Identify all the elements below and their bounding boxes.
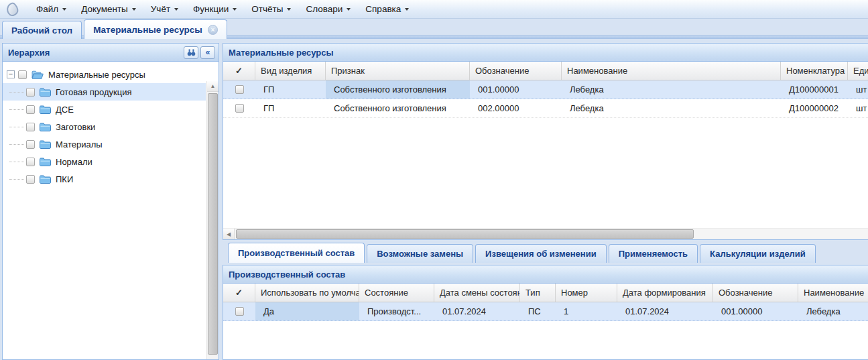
tree-expander-icon[interactable]: − bbox=[7, 70, 15, 78]
cell-designation[interactable]: 001.00000 bbox=[470, 80, 562, 99]
chevron-down-icon bbox=[233, 8, 237, 11]
tree-vertical-scrollbar[interactable]: ▲ bbox=[206, 81, 219, 359]
table-row[interactable]: ГП Собственного изготовления 001.00000 Л… bbox=[223, 80, 868, 99]
menu-label: Отчёты bbox=[251, 4, 283, 14]
grid-column-headers: ✓ Вид изделия Признак Обозначение Наимен… bbox=[223, 62, 868, 80]
collapse-panel-button[interactable]: « bbox=[200, 46, 215, 59]
tree-row-dse[interactable]: ДСЕ bbox=[3, 101, 206, 118]
cell-product-type[interactable]: ГП bbox=[255, 99, 326, 117]
column-header-name[interactable]: Наименование bbox=[562, 62, 781, 80]
cell-nomenclature[interactable]: Д100000002 bbox=[781, 99, 848, 117]
horizontal-scrollbar[interactable]: ◀ bbox=[223, 228, 868, 239]
column-header-number[interactable]: Номер bbox=[556, 284, 617, 302]
scrollbar-thumb[interactable] bbox=[208, 93, 218, 355]
material-resources-panel-header: Материальные ресурсы bbox=[223, 44, 868, 62]
menu-item-help[interactable]: Справка bbox=[359, 1, 416, 17]
tree-row-pki[interactable]: ПКИ bbox=[3, 170, 206, 188]
cell-nomenclature[interactable]: Д100000001 bbox=[781, 80, 848, 99]
cell-attribute[interactable]: Собственного изготовления bbox=[326, 99, 470, 117]
tab-possible-replacements[interactable]: Возможные замены bbox=[367, 244, 473, 263]
folder-icon bbox=[40, 123, 51, 131]
tree-checkbox[interactable] bbox=[26, 88, 35, 97]
column-header-designation[interactable]: Обозначение bbox=[470, 62, 562, 80]
cell-state[interactable]: Производст... bbox=[359, 302, 434, 320]
select-all-column-header[interactable]: ✓ bbox=[223, 62, 255, 80]
search-tool-button[interactable] bbox=[184, 46, 198, 59]
cell-attribute[interactable]: Собственного изготовления bbox=[326, 80, 470, 99]
tree-node-label: Материальные ресурсы bbox=[48, 70, 145, 80]
column-header-nomenclature[interactable]: Номенклатура bbox=[781, 62, 848, 80]
panel-title: Иерархия bbox=[8, 48, 50, 58]
menu-item-file[interactable]: Файл bbox=[29, 1, 73, 17]
tree-checkbox[interactable] bbox=[26, 158, 35, 166]
cell-name[interactable]: Лебедка bbox=[562, 80, 781, 99]
column-header-product-type[interactable]: Вид изделия bbox=[255, 62, 326, 80]
column-header-use-by-default[interactable]: Использовать по умолчанию bbox=[255, 284, 359, 302]
cell-state-change-date[interactable]: 01.07.2024 bbox=[434, 302, 520, 320]
row-select-cell[interactable] bbox=[223, 99, 255, 117]
tab-product-calculations[interactable]: Калькуляции изделий bbox=[700, 244, 816, 263]
tab-applicability[interactable]: Применяемость bbox=[609, 244, 698, 263]
tree-checkbox[interactable] bbox=[18, 70, 27, 79]
row-checkbox[interactable] bbox=[235, 307, 244, 316]
scroll-up-icon[interactable]: ▲ bbox=[207, 81, 219, 92]
cell-formation-date[interactable]: 01.07.2024 bbox=[617, 302, 713, 320]
menu-item-dictionaries[interactable]: Словари bbox=[299, 1, 357, 17]
tab-close-icon[interactable]: × bbox=[208, 25, 218, 35]
cell-number[interactable]: 1 bbox=[556, 302, 617, 320]
column-header-name[interactable]: Наименование bbox=[798, 284, 868, 302]
tab-production-structure[interactable]: Производственный состав bbox=[228, 243, 365, 263]
cell-unit[interactable]: шт bbox=[848, 99, 868, 117]
menu-item-documents[interactable]: Документы bbox=[74, 1, 143, 17]
tree-node-label: ДСЕ bbox=[56, 105, 74, 115]
tree-checkbox[interactable] bbox=[26, 140, 35, 149]
check-icon: ✓ bbox=[235, 288, 243, 298]
menu-item-reports[interactable]: Отчёты bbox=[245, 1, 298, 17]
tab-change-notices[interactable]: Извещения об изменении bbox=[475, 244, 607, 263]
row-select-cell[interactable] bbox=[223, 80, 255, 99]
row-select-cell[interactable] bbox=[223, 302, 255, 320]
tree-row-blanks[interactable]: Заготовки bbox=[3, 118, 206, 135]
cell-product-type[interactable]: ГП bbox=[255, 80, 326, 99]
column-header-state[interactable]: Состояние bbox=[359, 284, 434, 302]
row-checkbox[interactable] bbox=[235, 104, 244, 113]
scroll-left-icon[interactable]: ◀ bbox=[223, 229, 235, 239]
column-header-type[interactable]: Тип bbox=[520, 284, 556, 302]
menu-label: Документы bbox=[81, 4, 128, 14]
cell-designation[interactable]: 001.00000 bbox=[713, 302, 798, 320]
cell-designation[interactable]: 002.00000 bbox=[470, 99, 562, 117]
tree-row-normals[interactable]: Нормали bbox=[3, 153, 206, 170]
cell-unit[interactable]: шт bbox=[848, 80, 868, 99]
tree-checkbox[interactable] bbox=[26, 175, 35, 184]
table-row[interactable]: Да Производст... 01.07.2024 ПС 1 01.07.2… bbox=[223, 302, 868, 321]
production-structure-panel: Производственный состав ✓ Использовать п… bbox=[223, 265, 868, 360]
column-header-formation-date[interactable]: Дата формирования bbox=[617, 284, 713, 302]
table-row[interactable]: ГП Собственного изготовления 002.00000 Л… bbox=[223, 99, 868, 118]
cell-use-by-default[interactable]: Да bbox=[255, 302, 359, 320]
column-header-attribute[interactable]: Признак bbox=[326, 62, 470, 80]
tab-desktop[interactable]: Рабочий стол bbox=[2, 21, 82, 39]
cell-type[interactable]: ПС bbox=[520, 302, 556, 320]
chevron-down-icon bbox=[347, 8, 351, 11]
menu-item-functions[interactable]: Функции bbox=[186, 1, 243, 17]
column-header-unit[interactable]: Единица bbox=[848, 62, 868, 80]
chevron-down-icon bbox=[132, 8, 136, 11]
app-window: Файл Документы Учёт Функции Отчёты Слова… bbox=[0, 0, 868, 39]
tree-row-root[interactable]: − Материальные ресурсы bbox=[3, 66, 206, 83]
row-checkbox[interactable] bbox=[235, 85, 244, 94]
scrollbar-thumb[interactable] bbox=[236, 229, 694, 239]
select-all-column-header[interactable]: ✓ bbox=[223, 284, 255, 302]
detail-tab-bar: Производственный состав Возможные замены… bbox=[223, 243, 868, 263]
tree-row-finished-products[interactable]: Готовая продукция bbox=[3, 83, 206, 101]
column-header-state-change-date[interactable]: Дата смены состояния bbox=[434, 284, 520, 302]
menu-item-accounting[interactable]: Учёт bbox=[144, 1, 185, 17]
column-header-designation[interactable]: Обозначение bbox=[713, 284, 798, 302]
tree-checkbox[interactable] bbox=[26, 105, 35, 114]
tree-checkbox[interactable] bbox=[26, 123, 35, 131]
tree-row-materials[interactable]: Материалы bbox=[3, 135, 206, 153]
cell-name[interactable]: Лебедка bbox=[798, 302, 868, 320]
tab-material-resources[interactable]: Материальные ресурсы × bbox=[84, 19, 227, 39]
tab-label: Материальные ресурсы bbox=[93, 25, 202, 35]
cell-name[interactable]: Лебедка bbox=[562, 99, 781, 117]
menu-label: Справка bbox=[365, 4, 401, 14]
